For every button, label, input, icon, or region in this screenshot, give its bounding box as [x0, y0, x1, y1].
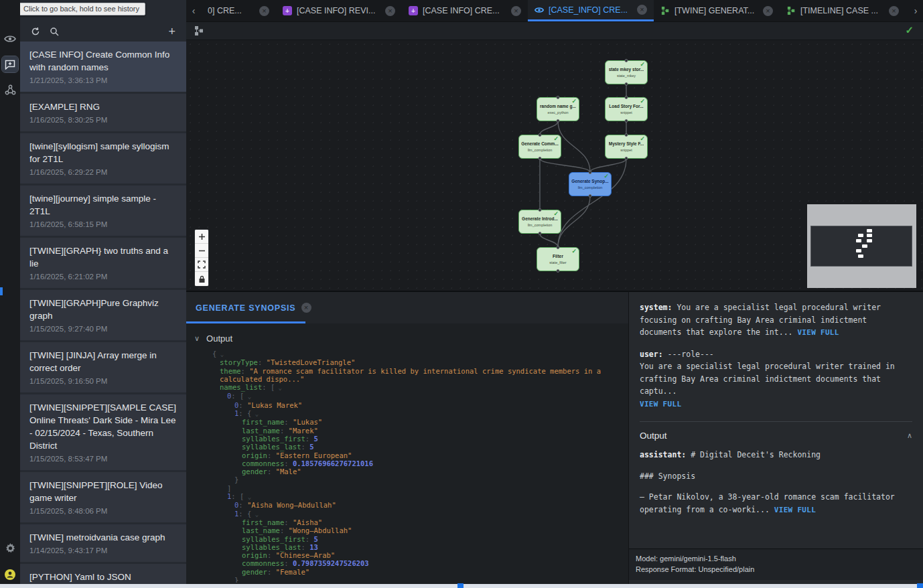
prompt-list-item[interactable]: [TWINE][GRAPH]Pure Graphviz graph1/15/20…	[20, 290, 186, 340]
tab-0-cre-[interactable]: 0] CRE...×	[201, 0, 276, 21]
tab-label: [TIMELINE] CASE ...	[800, 6, 884, 15]
fit-view-button[interactable]	[195, 258, 208, 272]
graph-mode-icon[interactable]	[194, 25, 204, 36]
view-full-link-user[interactable]: VIEW FULL	[640, 400, 681, 409]
node-title: random name g...	[540, 104, 576, 109]
node-input-port[interactable]	[589, 171, 592, 174]
gear-icon[interactable]	[2, 540, 18, 556]
tab-scroll-right-icon[interactable]: ›	[908, 0, 923, 21]
view-full-link-system[interactable]: VIEW FULL	[797, 328, 839, 337]
graph-node-llm_completion[interactable]: ✓Generate Introd...llm_completion	[518, 210, 561, 234]
tab--case-info-cre-[interactable]: [CASE_INFO] CRE...×	[528, 0, 654, 21]
node-subtitle: snippet	[620, 111, 632, 115]
prompt-bubble-icon[interactable]	[2, 56, 18, 72]
graph-node-llm_completion[interactable]: ✓Generate Comm...llm_completion	[518, 135, 561, 159]
lock-button[interactable]	[195, 272, 208, 286]
left-edge-resize-marker[interactable]	[0, 287, 3, 295]
graph-node-snippet[interactable]: ✓Load Story For...snippet	[605, 97, 648, 121]
prompt-list-item[interactable]: [EXAMPLE] RNG1/16/2025, 8:30:25 PM	[20, 94, 186, 131]
tab--case-info-revi-[interactable]: +[CASE INFO] REVI...×	[276, 0, 402, 21]
close-icon[interactable]: ×	[763, 6, 773, 16]
prompt-item-timestamp: 1/16/2025, 6:29:22 PM	[29, 168, 177, 176]
tab--timeline-case-[interactable]: [TIMELINE] CASE ...×	[780, 0, 906, 21]
prompt-flag-icon: +	[409, 6, 418, 15]
node-subtitle: state_filter	[549, 261, 566, 265]
node-output-port[interactable]	[625, 157, 628, 160]
node-output-port[interactable]	[589, 194, 592, 198]
prompts-toolbar: +	[20, 23, 186, 40]
node-output-port[interactable]	[557, 269, 560, 273]
prompt-list-item[interactable]: [TWINE][SNIPPET][SAMPLE CASE] Online Thr…	[20, 394, 186, 470]
canvas-toolbar: ✓	[186, 22, 923, 40]
refresh-icon[interactable]	[31, 27, 40, 36]
minimap-node	[856, 239, 861, 242]
inspector-output-header[interactable]: Output ∧	[640, 422, 912, 449]
node-input-port[interactable]	[539, 133, 542, 137]
prompt-item-title: [TWINE][GRAPH]Pure Graphviz graph	[29, 297, 177, 322]
close-icon[interactable]: ×	[889, 6, 899, 16]
node-output-port[interactable]	[625, 119, 628, 123]
graph-node-state_filter[interactable]: ✓Filterstate_filter	[537, 247, 579, 271]
prompt-list-item[interactable]: [TWINE][GRAPH} two truths and a lie1/16/…	[20, 238, 186, 288]
json-line: gender: "Female"	[205, 568, 624, 576]
prompt-list-item[interactable]: [twine][syllogism] sample syllogism for …	[20, 133, 186, 183]
graph-node-exec_python[interactable]: ✓random name g...exec_python	[537, 97, 579, 121]
view-full-link-assistant[interactable]: VIEW FULL	[774, 506, 816, 514]
json-output-tree[interactable]: { ⌄storyType: "TwistedLoveTriangle"theme…	[205, 350, 624, 583]
workflow-icon[interactable]	[2, 82, 18, 98]
node-input-port[interactable]	[625, 96, 628, 99]
chevron-down-icon[interactable]: ∨	[194, 334, 200, 343]
prompt-list-item[interactable]: [CASE INFO] Create Common Info with rand…	[20, 42, 186, 92]
chevron-up-icon[interactable]: ∧	[907, 431, 912, 440]
node-input-port[interactable]	[539, 208, 542, 212]
eye-icon	[535, 5, 544, 15]
zoom-out-button[interactable]	[195, 244, 208, 258]
output-collapse-row[interactable]: ∨ Output	[194, 334, 232, 344]
user-avatar-icon[interactable]	[2, 567, 18, 583]
node-output-port[interactable]	[625, 82, 628, 86]
prompt-item-title: [TWINE] [JINJA] Array merge in correct o…	[29, 349, 177, 374]
close-icon[interactable]: ×	[385, 6, 395, 16]
minimap[interactable]	[807, 204, 916, 288]
close-icon[interactable]: ×	[301, 303, 311, 313]
tab-generate-synopsis[interactable]: GENERATE SYNOPSIS ×	[186, 292, 321, 323]
node-input-port[interactable]	[625, 59, 628, 62]
node-title: Generate Synop...	[571, 179, 608, 184]
graph-node-state_mkey[interactable]: ✓state mkey stor...state_mkey	[605, 60, 648, 84]
graph-canvas[interactable]: ✓state mkey stor...state_mkey✓random nam…	[186, 40, 923, 291]
graph-node-snippet[interactable]: ✓Mystery Style F...snippet	[605, 135, 648, 159]
minimap-node	[858, 254, 863, 258]
prompt-list-item[interactable]: [TWINE] metroidvania case graph1/14/2025…	[20, 524, 186, 562]
node-output-port[interactable]	[557, 119, 560, 123]
minimap-node	[858, 234, 863, 237]
close-icon[interactable]: ×	[511, 6, 521, 16]
tab--case-info-cre-[interactable]: +[CASE INFO] CRE...×	[402, 0, 528, 21]
minimap-viewport[interactable]	[810, 226, 912, 267]
node-title: Filter	[553, 254, 563, 259]
close-icon[interactable]: ×	[259, 6, 269, 16]
tab--twine-generat-[interactable]: [TWINE] GENERAT...×	[654, 0, 780, 21]
scrollbar-thumb[interactable]	[457, 583, 464, 588]
prompt-list-item[interactable]: [TWINE][SNIPPET][ROLE] Video game writer…	[20, 472, 186, 522]
add-icon[interactable]: +	[168, 27, 175, 36]
eye-icon[interactable]	[2, 31, 18, 47]
node-title: Load Story For...	[609, 104, 643, 109]
node-output-port[interactable]	[539, 157, 542, 160]
zoom-in-button[interactable]	[195, 230, 208, 244]
tab-scroll-left-icon[interactable]: ‹	[186, 0, 201, 21]
system-message: system: You are a specialist legal proce…	[640, 301, 912, 340]
graph-node-llm_completion[interactable]: ✓Generate Synop...llm_completion	[569, 172, 612, 196]
scrollbar-corner[interactable]	[917, 583, 923, 588]
node-input-port[interactable]	[557, 96, 560, 99]
prompt-item-timestamp: 1/14/2025, 9:43:17 PM	[29, 546, 177, 555]
node-output-port[interactable]	[539, 232, 542, 235]
search-icon[interactable]	[50, 27, 59, 36]
json-line: commonness: 0.7987359247526203	[205, 559, 624, 567]
close-icon[interactable]: ×	[637, 5, 647, 15]
prompt-list-item[interactable]: [TWINE] [JINJA] Array merge in correct o…	[20, 342, 186, 392]
horizontal-scrollbar[interactable]	[0, 584, 923, 588]
prompt-list-item[interactable]: [twine][journey] simple sample - 2T1L1/1…	[20, 186, 186, 236]
node-input-port[interactable]	[557, 246, 560, 249]
prompt-item-timestamp: 1/16/2025, 8:30:25 PM	[29, 116, 177, 124]
node-input-port[interactable]	[625, 133, 628, 137]
